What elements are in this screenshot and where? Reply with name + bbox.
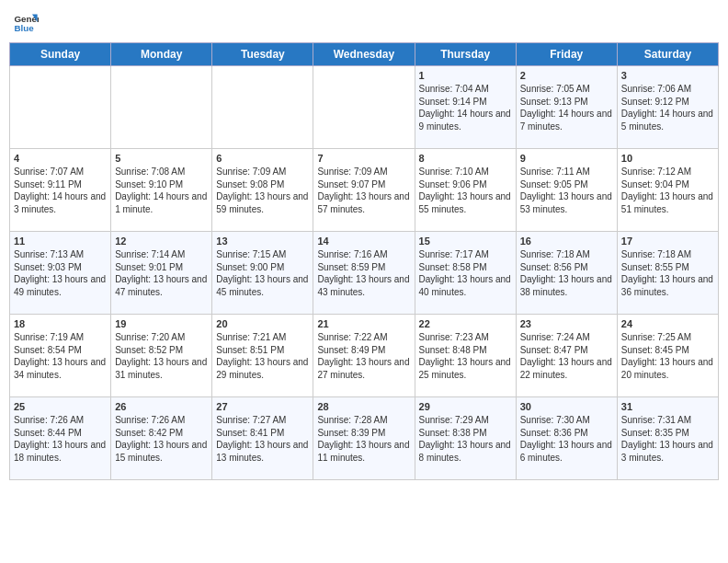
day-number: 2 bbox=[520, 70, 613, 81]
day-detail: Sunrise: 7:28 AM Sunset: 8:39 PM Dayligh… bbox=[317, 414, 410, 464]
day-number: 3 bbox=[621, 70, 714, 81]
calendar-cell: 2Sunrise: 7:05 AM Sunset: 9:13 PM Daylig… bbox=[516, 66, 617, 149]
day-detail: Sunrise: 7:26 AM Sunset: 8:44 PM Dayligh… bbox=[14, 414, 107, 464]
day-detail: Sunrise: 7:06 AM Sunset: 9:12 PM Dayligh… bbox=[621, 83, 714, 132]
day-detail: Sunrise: 7:09 AM Sunset: 9:08 PM Dayligh… bbox=[216, 166, 309, 215]
day-number: 10 bbox=[621, 153, 714, 164]
calendar-cell: 19Sunrise: 7:20 AM Sunset: 8:52 PM Dayli… bbox=[111, 315, 212, 397]
day-number: 16 bbox=[520, 236, 613, 247]
day-number: 19 bbox=[115, 318, 208, 329]
calendar-cell: 22Sunrise: 7:23 AM Sunset: 8:48 PM Dayli… bbox=[415, 315, 516, 397]
calendar-cell: 31Sunrise: 7:31 AM Sunset: 8:35 PM Dayli… bbox=[617, 397, 718, 480]
weekday-header: Thursday bbox=[415, 43, 516, 66]
day-detail: Sunrise: 7:09 AM Sunset: 9:07 PM Dayligh… bbox=[317, 166, 410, 215]
weekday-header: Sunday bbox=[10, 43, 111, 66]
day-detail: Sunrise: 7:27 AM Sunset: 8:41 PM Dayligh… bbox=[216, 414, 309, 464]
day-detail: Sunrise: 7:20 AM Sunset: 8:52 PM Dayligh… bbox=[115, 331, 208, 381]
calendar-cell: 25Sunrise: 7:26 AM Sunset: 8:44 PM Dayli… bbox=[10, 397, 111, 480]
day-detail: Sunrise: 7:16 AM Sunset: 8:59 PM Dayligh… bbox=[317, 248, 410, 298]
day-number: 31 bbox=[621, 401, 714, 412]
day-detail: Sunrise: 7:15 AM Sunset: 9:00 PM Dayligh… bbox=[216, 248, 309, 298]
day-detail: Sunrise: 7:21 AM Sunset: 8:51 PM Dayligh… bbox=[216, 331, 309, 381]
day-detail: Sunrise: 7:08 AM Sunset: 9:10 PM Dayligh… bbox=[115, 166, 208, 215]
day-number: 7 bbox=[317, 153, 410, 164]
day-detail: Sunrise: 7:23 AM Sunset: 8:48 PM Dayligh… bbox=[419, 331, 512, 381]
day-detail: Sunrise: 7:13 AM Sunset: 9:03 PM Dayligh… bbox=[14, 248, 107, 298]
calendar-cell: 6Sunrise: 7:09 AM Sunset: 9:08 PM Daylig… bbox=[212, 149, 313, 232]
day-number: 29 bbox=[419, 401, 512, 412]
calendar-week-row: 25Sunrise: 7:26 AM Sunset: 8:44 PM Dayli… bbox=[10, 397, 719, 480]
day-detail: Sunrise: 7:04 AM Sunset: 9:14 PM Dayligh… bbox=[419, 83, 512, 132]
day-number: 11 bbox=[14, 236, 107, 247]
day-number: 8 bbox=[419, 153, 512, 164]
weekday-header: Friday bbox=[516, 43, 617, 66]
day-number: 26 bbox=[115, 401, 208, 412]
day-number: 9 bbox=[520, 153, 613, 164]
day-number: 20 bbox=[216, 318, 309, 329]
calendar-cell: 14Sunrise: 7:16 AM Sunset: 8:59 PM Dayli… bbox=[313, 232, 415, 315]
weekday-header: Wednesday bbox=[313, 43, 415, 66]
calendar-cell: 28Sunrise: 7:28 AM Sunset: 8:39 PM Dayli… bbox=[313, 397, 415, 480]
calendar-cell: 10Sunrise: 7:12 AM Sunset: 9:04 PM Dayli… bbox=[617, 149, 718, 232]
day-detail: Sunrise: 7:11 AM Sunset: 9:05 PM Dayligh… bbox=[520, 166, 613, 215]
day-detail: Sunrise: 7:26 AM Sunset: 8:42 PM Dayligh… bbox=[115, 414, 208, 464]
calendar-cell: 18Sunrise: 7:19 AM Sunset: 8:54 PM Dayli… bbox=[10, 315, 111, 397]
day-detail: Sunrise: 7:22 AM Sunset: 8:49 PM Dayligh… bbox=[317, 331, 410, 381]
calendar-week-row: 4Sunrise: 7:07 AM Sunset: 9:11 PM Daylig… bbox=[10, 149, 719, 232]
calendar-header: SundayMondayTuesdayWednesdayThursdayFrid… bbox=[10, 43, 719, 66]
day-number: 23 bbox=[520, 318, 613, 329]
page-header: General Blue bbox=[9, 9, 719, 35]
calendar-cell: 12Sunrise: 7:14 AM Sunset: 9:01 PM Dayli… bbox=[111, 232, 212, 315]
calendar-cell bbox=[10, 66, 111, 149]
day-number: 21 bbox=[317, 318, 410, 329]
calendar-cell: 11Sunrise: 7:13 AM Sunset: 9:03 PM Dayli… bbox=[10, 232, 111, 315]
day-number: 6 bbox=[216, 153, 309, 164]
day-number: 22 bbox=[419, 318, 512, 329]
calendar-cell: 23Sunrise: 7:24 AM Sunset: 8:47 PM Dayli… bbox=[516, 315, 617, 397]
calendar-week-row: 18Sunrise: 7:19 AM Sunset: 8:54 PM Dayli… bbox=[10, 315, 719, 397]
day-number: 1 bbox=[419, 70, 512, 81]
day-detail: Sunrise: 7:12 AM Sunset: 9:04 PM Dayligh… bbox=[621, 166, 714, 215]
day-detail: Sunrise: 7:18 AM Sunset: 8:56 PM Dayligh… bbox=[520, 248, 613, 298]
calendar-cell bbox=[111, 66, 212, 149]
day-number: 13 bbox=[216, 236, 309, 247]
calendar-cell: 27Sunrise: 7:27 AM Sunset: 8:41 PM Dayli… bbox=[212, 397, 313, 480]
day-detail: Sunrise: 7:10 AM Sunset: 9:06 PM Dayligh… bbox=[419, 166, 512, 215]
calendar-cell: 7Sunrise: 7:09 AM Sunset: 9:07 PM Daylig… bbox=[313, 149, 415, 232]
calendar-cell: 8Sunrise: 7:10 AM Sunset: 9:06 PM Daylig… bbox=[415, 149, 516, 232]
day-number: 14 bbox=[317, 236, 410, 247]
day-number: 30 bbox=[520, 401, 613, 412]
calendar-cell: 16Sunrise: 7:18 AM Sunset: 8:56 PM Dayli… bbox=[516, 232, 617, 315]
calendar-cell: 4Sunrise: 7:07 AM Sunset: 9:11 PM Daylig… bbox=[10, 149, 111, 232]
day-number: 18 bbox=[14, 318, 107, 329]
day-detail: Sunrise: 7:24 AM Sunset: 8:47 PM Dayligh… bbox=[520, 331, 613, 381]
calendar-cell: 26Sunrise: 7:26 AM Sunset: 8:42 PM Dayli… bbox=[111, 397, 212, 480]
weekday-header: Tuesday bbox=[212, 43, 313, 66]
day-number: 28 bbox=[317, 401, 410, 412]
day-detail: Sunrise: 7:07 AM Sunset: 9:11 PM Dayligh… bbox=[14, 166, 107, 215]
svg-text:Blue: Blue bbox=[14, 23, 34, 33]
calendar-cell: 20Sunrise: 7:21 AM Sunset: 8:51 PM Dayli… bbox=[212, 315, 313, 397]
calendar-week-row: 1Sunrise: 7:04 AM Sunset: 9:14 PM Daylig… bbox=[10, 66, 719, 149]
day-detail: Sunrise: 7:18 AM Sunset: 8:55 PM Dayligh… bbox=[621, 248, 714, 298]
day-detail: Sunrise: 7:05 AM Sunset: 9:13 PM Dayligh… bbox=[520, 83, 613, 132]
calendar-cell: 21Sunrise: 7:22 AM Sunset: 8:49 PM Dayli… bbox=[313, 315, 415, 397]
weekday-header: Monday bbox=[111, 43, 212, 66]
day-number: 4 bbox=[14, 153, 107, 164]
day-number: 12 bbox=[115, 236, 208, 247]
day-number: 24 bbox=[621, 318, 714, 329]
day-detail: Sunrise: 7:14 AM Sunset: 9:01 PM Dayligh… bbox=[115, 248, 208, 298]
calendar-cell bbox=[313, 66, 415, 149]
calendar-table: SundayMondayTuesdayWednesdayThursdayFrid… bbox=[9, 42, 719, 480]
day-number: 17 bbox=[621, 236, 714, 247]
day-number: 27 bbox=[216, 401, 309, 412]
calendar-body: 1Sunrise: 7:04 AM Sunset: 9:14 PM Daylig… bbox=[10, 66, 719, 480]
weekday-header: Saturday bbox=[617, 43, 718, 66]
day-detail: Sunrise: 7:25 AM Sunset: 8:45 PM Dayligh… bbox=[621, 331, 714, 381]
calendar-cell: 15Sunrise: 7:17 AM Sunset: 8:58 PM Dayli… bbox=[415, 232, 516, 315]
calendar-cell: 9Sunrise: 7:11 AM Sunset: 9:05 PM Daylig… bbox=[516, 149, 617, 232]
calendar-cell: 30Sunrise: 7:30 AM Sunset: 8:36 PM Dayli… bbox=[516, 397, 617, 480]
calendar-cell: 24Sunrise: 7:25 AM Sunset: 8:45 PM Dayli… bbox=[617, 315, 718, 397]
calendar-cell: 1Sunrise: 7:04 AM Sunset: 9:14 PM Daylig… bbox=[415, 66, 516, 149]
day-number: 15 bbox=[419, 236, 512, 247]
